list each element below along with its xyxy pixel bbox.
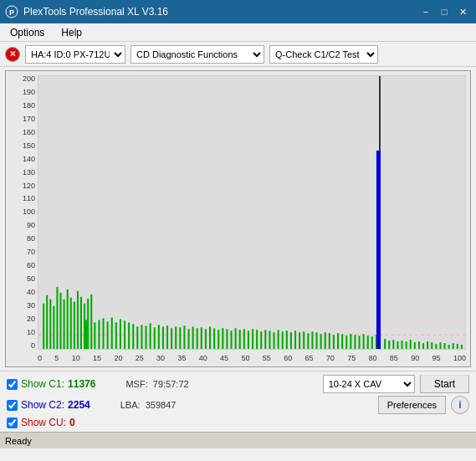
y-label-170: 170 <box>23 115 35 123</box>
svg-rect-104 <box>453 343 454 349</box>
preferences-button[interactable]: Preferences <box>378 396 446 414</box>
svg-rect-53 <box>235 328 237 349</box>
y-label-100: 100 <box>23 208 35 216</box>
y-label-90: 90 <box>27 222 35 229</box>
svg-rect-61 <box>269 330 270 349</box>
lba-label: LBA: 359847 <box>120 400 177 410</box>
svg-rect-81 <box>354 335 356 349</box>
svg-rect-21 <box>98 320 100 349</box>
svg-rect-90 <box>392 340 394 349</box>
drive-status-icon: ✕ <box>5 47 20 62</box>
toolbar: ✕ HA:4 ID:0 PX-712UF CD Diagnostic Funct… <box>0 42 476 67</box>
svg-rect-25 <box>115 322 117 349</box>
svg-rect-45 <box>201 327 202 349</box>
svg-rect-44 <box>197 328 198 349</box>
svg-rect-52 <box>231 330 233 349</box>
svg-rect-106 <box>461 345 463 349</box>
c1-label: Show C1: <box>21 378 64 390</box>
menu-options[interactable]: Options <box>5 25 49 40</box>
y-label-110: 110 <box>23 195 35 202</box>
svg-rect-30 <box>136 326 138 349</box>
svg-rect-105 <box>457 344 458 349</box>
right-controls: 10-24 X CAV8-24 X CAV4-24 X CAV Start <box>323 375 469 393</box>
svg-rect-42 <box>188 329 190 349</box>
svg-rect-58 <box>256 330 258 349</box>
status-area: Show C1: 11376 MSF: 79:57:72 10-24 X CAV… <box>0 371 476 432</box>
svg-rect-103 <box>448 345 450 349</box>
y-label-80: 80 <box>27 235 35 243</box>
svg-rect-6 <box>49 300 51 349</box>
svg-rect-62 <box>274 332 275 349</box>
x-label-60: 60 <box>284 354 292 362</box>
svg-rect-92 <box>402 341 403 349</box>
x-label-20: 20 <box>114 354 122 362</box>
svg-rect-36 <box>162 326 164 349</box>
cu-label: Show CU: <box>21 417 66 428</box>
svg-rect-65 <box>286 330 288 349</box>
svg-rect-33 <box>150 323 151 349</box>
svg-rect-77 <box>337 333 339 349</box>
svg-rect-94 <box>410 340 412 349</box>
x-label-95: 95 <box>432 354 441 362</box>
x-label-70: 70 <box>326 354 335 362</box>
svg-rect-87 <box>376 151 381 349</box>
drive-select[interactable]: HA:4 ID:0 PX-712UF <box>25 45 125 64</box>
y-label-20: 20 <box>27 315 35 323</box>
close-button[interactable]: ✕ <box>454 4 471 19</box>
function-select[interactable]: CD Diagnostic Functions <box>131 45 264 64</box>
svg-rect-55 <box>243 329 245 349</box>
c1-checkbox[interactable] <box>7 379 18 390</box>
svg-rect-7 <box>53 306 54 349</box>
test-select[interactable]: Q-Check C1/C2 Test <box>269 45 378 64</box>
x-label-45: 45 <box>220 354 228 362</box>
x-label-25: 25 <box>136 354 144 362</box>
svg-rect-10 <box>64 300 65 349</box>
svg-rect-49 <box>218 330 219 349</box>
x-label-30: 30 <box>156 354 165 362</box>
c2-checkbox[interactable] <box>7 400 18 411</box>
svg-rect-46 <box>205 329 207 349</box>
svg-rect-74 <box>325 332 326 349</box>
svg-rect-96 <box>418 341 420 349</box>
svg-rect-84 <box>367 336 369 349</box>
svg-rect-19 <box>85 320 87 349</box>
y-label-160: 160 <box>23 129 35 136</box>
svg-rect-24 <box>111 317 113 349</box>
svg-rect-88 <box>384 339 386 349</box>
status-row-2: Show C2: 2254 LBA: 359847 Preferences i <box>7 396 469 414</box>
svg-rect-76 <box>333 335 335 349</box>
svg-rect-47 <box>209 326 211 349</box>
svg-rect-20 <box>94 322 95 349</box>
maximize-button[interactable]: □ <box>436 4 453 19</box>
svg-rect-98 <box>427 341 428 349</box>
x-label-85: 85 <box>390 354 398 362</box>
cu-checkbox[interactable] <box>7 417 18 428</box>
svg-rect-97 <box>422 343 424 349</box>
info-button[interactable]: i <box>451 396 469 414</box>
x-label-50: 50 <box>241 354 249 362</box>
y-label-150: 150 <box>23 142 35 150</box>
svg-rect-15 <box>80 297 82 349</box>
lba-value: 359847 <box>146 400 177 410</box>
svg-rect-79 <box>345 336 347 349</box>
x-label-15: 15 <box>93 354 101 362</box>
y-label-140: 140 <box>23 156 35 163</box>
minimize-button[interactable]: − <box>417 4 434 19</box>
menu-help[interactable]: Help <box>56 25 87 40</box>
msf-label: MSF: 79:57:72 <box>125 379 188 389</box>
svg-rect-37 <box>166 325 168 349</box>
svg-rect-31 <box>141 325 142 349</box>
chart-container: 200 190 180 170 160 150 140 130 120 110 … <box>5 70 471 367</box>
svg-rect-80 <box>350 334 351 349</box>
start-button[interactable]: Start <box>420 375 469 393</box>
svg-rect-99 <box>431 342 432 349</box>
svg-rect-56 <box>248 330 249 349</box>
speed-select[interactable]: 10-24 X CAV8-24 X CAV4-24 X CAV <box>323 375 415 393</box>
title-bar-controls: − □ ✕ <box>417 4 471 19</box>
c2-label: Show C2: <box>21 399 64 411</box>
svg-rect-67 <box>294 330 296 349</box>
y-label-70: 70 <box>27 248 35 256</box>
svg-rect-68 <box>299 332 300 349</box>
svg-rect-71 <box>311 331 313 349</box>
cu-checkbox-item: Show CU: 0 <box>7 417 75 428</box>
